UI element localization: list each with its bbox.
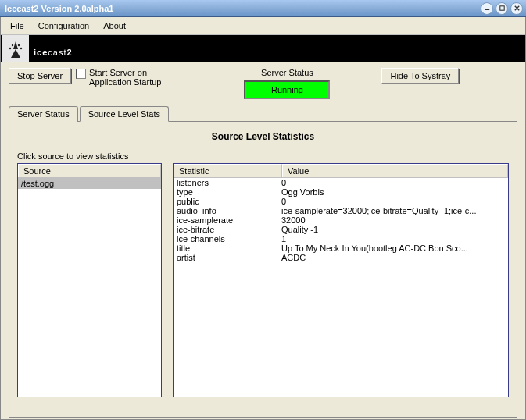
svg-point-6	[9, 48, 11, 49]
source-list-header: Source	[18, 164, 161, 178]
svg-point-4	[12, 44, 13, 46]
menu-file[interactable]: File	[4, 20, 30, 32]
menubar: File Configuration About	[1, 17, 525, 35]
stat-row[interactable]: public0	[174, 197, 508, 206]
value-column-header[interactable]: Value	[282, 164, 508, 177]
logo-icon	[2, 35, 29, 62]
statistic-column-header[interactable]: Statistic	[174, 164, 282, 177]
stat-name: title	[177, 244, 281, 253]
top-controls: Stop Server Start Server on Application …	[9, 68, 517, 99]
stat-name: ice-channels	[177, 234, 281, 244]
tab-source-level-stats[interactable]: Source Level Stats	[80, 106, 169, 122]
panel-title: Source Level Statistics	[17, 131, 509, 142]
autostart-checkbox[interactable]	[76, 69, 86, 79]
tab-strip: Server Status Source Level Stats	[9, 105, 517, 121]
stat-row[interactable]: typeOgg Vorbis	[174, 187, 508, 197]
stat-row[interactable]: listeners0	[174, 178, 508, 187]
stat-name: audio_info	[177, 206, 281, 215]
app-window: File Configuration About icecast2 Stop S…	[0, 17, 526, 420]
content-area: Stop Server Start Server on Application …	[1, 62, 525, 420]
source-column-header[interactable]: Source	[18, 164, 161, 177]
panel-hint: Click source to view statistics	[17, 151, 509, 161]
stat-row[interactable]: titleUp To My Neck In You(bootleg AC-DC …	[174, 244, 508, 253]
stat-name: type	[177, 187, 281, 197]
source-list[interactable]: Source /test.ogg	[17, 163, 162, 397]
lists-row: Source /test.ogg Statistic Value listene…	[17, 163, 509, 397]
stat-value: ice-samplerate=32000;ice-bitrate=Quality…	[281, 206, 505, 215]
svg-rect-1	[499, 6, 503, 10]
stat-name: listeners	[177, 178, 281, 187]
stats-list-body: listeners0typeOgg Vorbispublic0audio_inf…	[174, 178, 508, 397]
stop-server-button[interactable]: Stop Server	[9, 68, 71, 84]
stat-value: Quality -1	[281, 225, 505, 234]
hide-to-systray-button[interactable]: Hide To Systray	[381, 68, 459, 84]
minimize-button[interactable]	[481, 2, 493, 15]
stats-list-header: Statistic Value	[174, 164, 508, 178]
tab-server-status[interactable]: Server Status	[9, 106, 78, 122]
autostart-checkbox-row: Start Server on Application Startup	[76, 68, 161, 87]
close-button[interactable]	[510, 2, 523, 15]
stats-list[interactable]: Statistic Value listeners0typeOgg Vorbis…	[173, 163, 509, 397]
stat-name: artist	[177, 253, 281, 262]
stat-value: ACDC	[281, 253, 505, 262]
stat-name: ice-samplerate	[177, 215, 281, 225]
menu-configuration[interactable]: Configuration	[32, 20, 95, 32]
stat-row[interactable]: ice-bitrateQuality -1	[174, 225, 508, 234]
stat-row[interactable]: artistACDC	[174, 253, 508, 262]
server-status-label: Server Status	[244, 68, 330, 77]
stat-value: 0	[281, 197, 505, 206]
logo-bar: icecast2	[1, 35, 525, 62]
stat-name: public	[177, 197, 281, 206]
svg-point-7	[20, 48, 22, 49]
stat-value: 0	[281, 178, 505, 187]
source-list-body: /test.ogg	[18, 178, 161, 397]
window-title: Icecast2 Version 2.0alpha1	[5, 4, 478, 13]
titlebar[interactable]: Icecast2 Version 2.0alpha1	[0, 0, 526, 17]
svg-point-5	[18, 44, 20, 46]
stat-value: 1	[281, 234, 505, 244]
stat-row[interactable]: ice-samplerate32000	[174, 215, 508, 225]
maximize-button[interactable]	[496, 2, 508, 15]
stat-value: Up To My Neck In You(bootleg AC-DC Bon S…	[281, 244, 505, 253]
server-status-group: Server Status Running	[244, 68, 330, 99]
stat-value: 32000	[281, 215, 505, 225]
stat-value: Ogg Vorbis	[281, 187, 505, 197]
source-row[interactable]: /test.ogg	[18, 178, 161, 189]
tab-panel-source-stats: Source Level Statistics Click source to …	[9, 121, 517, 418]
stat-name: ice-bitrate	[177, 225, 281, 234]
autostart-label: Start Server on Application Startup	[89, 68, 161, 87]
stat-row[interactable]: audio_infoice-samplerate=32000;ice-bitra…	[174, 206, 508, 215]
logo-text: icecast2	[34, 37, 73, 61]
stat-row[interactable]: ice-channels1	[174, 234, 508, 244]
server-status-value: Running	[244, 80, 330, 99]
menu-about[interactable]: About	[97, 20, 132, 32]
